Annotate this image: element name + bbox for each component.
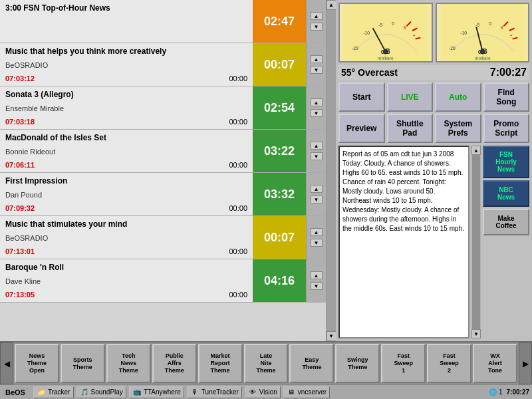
item-control[interactable]: ▲ ▼ [306,86,326,129]
svg-text:-20: -20 [449,46,456,51]
theme-button-fast-sweep-2[interactable]: Fast Sweep 2 [427,344,471,383]
playlist-item[interactable]: Sonata 3 (Allegro) Ensemble Mirable 07:0… [0,86,326,130]
item-time-row: 07:13:05 00:00 [5,291,247,299]
playlist-scrollbar[interactable]: ▲ ▼ [326,0,336,341]
playlist-item[interactable]: 3:00 FSN Top-of-Hour News 02:47 ▲ ▼ [0,0,326,43]
item-down-btn[interactable]: ▼ [311,282,323,290]
playlist-item[interactable]: Music that stimulates your mind BeOSRADI… [0,216,326,259]
theme-button-sports-theme[interactable]: Sports Theme [61,344,105,383]
item-up-btn[interactable]: ▲ [311,12,323,20]
scroll-track [327,10,336,331]
playlist-item-info: Music that helps you think more creative… [0,43,253,86]
item-down-btn[interactable]: ▼ [311,23,323,31]
theme-button-wx-alert-tone[interactable]: WX Alert Tone [473,344,517,383]
playlist-item[interactable]: Baroque 'n Roll Dave Kline 07:13:05 00:0… [0,259,326,303]
taskbar-label: Tracker [48,388,70,396]
item-down-btn[interactable]: ▼ [311,66,323,74]
svg-text:+: + [509,33,512,38]
playlist-item[interactable]: Music that helps you think more creative… [0,43,326,86]
theme-button-news-theme-open[interactable]: News Theme Open [15,344,59,383]
promo-script-button[interactable]: Promo Script [483,114,530,143]
start-button[interactable]: Start [338,82,385,112]
taskbar-ttanywhere[interactable]: 📺TTAnywhere [129,386,184,398]
theme-button-fast-sweep-1[interactable]: Fast Sweep 1 [381,344,426,383]
item-up-btn[interactable]: ▲ [311,228,323,236]
weather-clock: 55° Overcast 7:00:27 [338,65,529,80]
shuttle-pad-button[interactable]: Shuttle Pad [387,114,434,143]
theme-button-tech-news-theme[interactable]: Tech News Theme [106,344,151,383]
taskbar-soundplay[interactable]: 🎵SoundPlay [76,386,126,398]
taskbar-label: vncserver [298,388,327,396]
taskbar-clock: 7:00:27 [507,388,529,396]
item-up-btn[interactable]: ▲ [311,142,323,150]
taskbar-tunetracker[interactable]: 🎙TuneTracker [187,386,242,398]
theme-button-late-nite-theme[interactable]: Late Nite Theme [244,344,289,383]
playlist-item-info: MacDonald of the Isles Set Bonnie Rideou… [0,130,253,172]
playlist-item[interactable]: First Impression Dan Pound 07:09:32 00:0… [0,173,326,216]
theme-button-market-report-theme[interactable]: Market Report Theme [198,344,243,383]
condition: Overcast [358,67,398,78]
scroll-down-arrow[interactable]: ▼ [327,331,336,341]
theme-button-public-affrs-theme[interactable]: Public Affrs Theme [152,344,197,383]
theme-prev-button[interactable]: ◀ [0,342,13,384]
svg-text:3: 3 [500,25,503,30]
taskbar-icon: 👁 [248,388,257,397]
system-prefs-button[interactable]: System Prefs [435,114,481,143]
svg-text:-10: -10 [363,31,370,35]
item-timer: 04:16 [253,259,306,302]
find-song-button[interactable]: Find Song [483,82,530,112]
vu-meters: dB moltiare -20 -10 -5 0 3 [338,3,529,63]
item-down-btn[interactable]: ▼ [311,239,323,247]
theme-button-swingy-theme[interactable]: Swingy Theme [335,344,380,383]
preview-button[interactable]: Preview [338,114,385,143]
make-coffee-button[interactable]: Make Coffee [483,209,529,235]
svg-text:+: + [413,33,416,38]
item-control[interactable]: ▲ ▼ [306,0,326,43]
news-button[interactable]: NBC News [483,180,529,207]
scroll-up-arrow[interactable]: ▲ [327,0,336,10]
item-control[interactable]: ▲ ▼ [306,259,326,302]
live-button[interactable]: LIVE [387,82,434,112]
item-up-btn[interactable]: ▲ [311,55,323,63]
weather-text-area: Report as of 05 am cdt tue jun 3 2008 To… [338,146,529,338]
weather-scroll-down[interactable]: ▼ [471,329,481,338]
weather-scroll-up[interactable]: ▲ [471,146,481,155]
svg-text:-5: -5 [378,23,382,27]
item-duration: 00:00 [229,74,247,82]
item-artist: Dave Kline [5,277,247,285]
taskbar-label: TTAnywhere [144,388,181,396]
item-down-btn[interactable]: ▼ [311,152,323,160]
network-indicator: 🌐 1 [489,388,502,396]
item-up-btn[interactable]: ▲ [311,271,323,279]
playlist-panel: 3:00 FSN Top-of-Hour News 02:47 ▲ ▼ Musi… [0,0,326,341]
playlist-item[interactable]: MacDonald of the Isles Set Bonnie Rideou… [0,130,326,173]
auto-button[interactable]: Auto [435,82,481,112]
svg-point-13 [383,49,388,55]
item-control[interactable]: ▲ ▼ [306,130,326,172]
item-timer: 00:07 [253,216,306,259]
taskbar-label: SoundPlay [91,388,123,396]
theme-next-button[interactable]: ▶ [519,342,532,384]
item-down-btn[interactable]: ▼ [311,109,323,117]
item-up-btn[interactable]: ▲ [311,98,323,106]
taskbar-icon: 📺 [132,388,142,397]
item-control[interactable]: ▲ ▼ [306,43,326,86]
item-time-row: 07:13:01 00:00 [5,247,247,255]
item-down-btn[interactable]: ▼ [311,196,323,203]
taskbar-vision[interactable]: 👁Vision [245,386,281,398]
item-duration: 00:00 [229,204,247,212]
control-buttons: Start LIVE Auto Find Song Preview Shuttl… [338,82,529,143]
theme-button-easy-theme[interactable]: Easy Theme [289,344,334,383]
taskbar-vncserver[interactable]: 🖥vncserver [283,386,330,398]
news-button[interactable]: FSN Hourly News [483,146,529,178]
item-control[interactable]: ▲ ▼ [306,216,326,259]
weather-display: 55° Overcast [341,67,398,78]
item-up-btn[interactable]: ▲ [311,185,323,193]
item-start-time: 07:06:11 [5,161,35,169]
svg-text:moltiare: moltiare [378,56,394,61]
weather-scrollbar[interactable]: ▲ ▼ [471,146,481,338]
taskbar-items: 📁Tracker🎵SoundPlay📺TTAnywhere🎙TuneTracke… [33,386,330,398]
taskbar-tracker[interactable]: 📁Tracker [33,386,74,398]
svg-text:-5: -5 [475,23,479,27]
item-control[interactable]: ▲ ▼ [306,173,326,215]
